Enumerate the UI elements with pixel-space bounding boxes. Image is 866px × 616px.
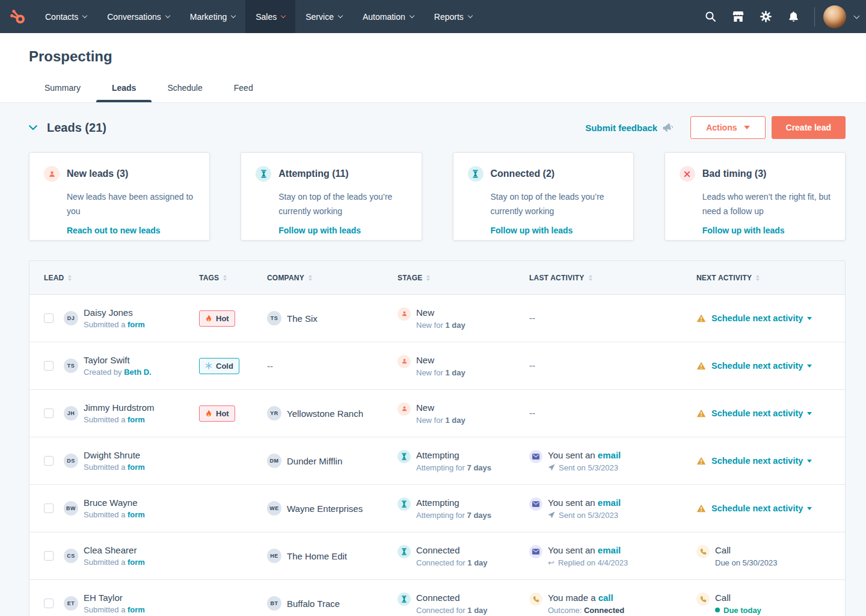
table-row: ET EH Taylor Submitted a form BTBuffalo … bbox=[29, 580, 845, 616]
nav-item-reports[interactable]: Reports bbox=[424, 0, 482, 33]
search-icon[interactable] bbox=[698, 5, 723, 29]
lead-name-link[interactable]: Clea Shearer bbox=[84, 545, 145, 555]
next-activity-label: Call bbox=[715, 593, 761, 603]
notifications-bell-icon[interactable] bbox=[781, 5, 806, 29]
schedule-next-activity-link[interactable]: Schedule next activity bbox=[711, 456, 812, 466]
schedule-next-activity-link[interactable]: Schedule next activity bbox=[711, 408, 812, 418]
caret-down-icon bbox=[807, 507, 812, 510]
nav-item-sales[interactable]: Sales bbox=[245, 0, 295, 33]
due-today-dot bbox=[715, 608, 720, 612]
nav-item-automation[interactable]: Automation bbox=[352, 0, 424, 33]
collapse-chevron-icon[interactable] bbox=[29, 125, 37, 131]
settings-gear-icon[interactable] bbox=[753, 5, 778, 29]
stage-label: Connected bbox=[416, 545, 488, 555]
follow-up-link[interactable]: Follow up with leads bbox=[491, 226, 573, 235]
hourglass-icon bbox=[468, 166, 484, 182]
submit-feedback-link[interactable]: Submit feedback bbox=[585, 123, 674, 133]
tab-feed[interactable]: Feed bbox=[218, 83, 269, 102]
tab-schedule[interactable]: Schedule bbox=[152, 83, 218, 102]
column-header-next-activity[interactable]: NEXT ACTIVITY bbox=[696, 274, 845, 282]
lead-name-link[interactable]: Taylor Swift bbox=[84, 355, 152, 365]
phone-icon bbox=[696, 545, 710, 558]
schedule-next-activity-link[interactable]: Schedule next activity bbox=[711, 504, 812, 513]
lead-name-link[interactable]: Bruce Wayne bbox=[84, 497, 145, 508]
form-link[interactable]: form bbox=[127, 320, 145, 329]
schedule-next-activity-link[interactable]: Schedule next activity bbox=[711, 313, 812, 323]
column-header-company[interactable]: COMPANY bbox=[267, 274, 398, 282]
user-avatar[interactable] bbox=[823, 5, 846, 28]
marketplace-icon[interactable] bbox=[725, 5, 751, 29]
company-avatar: BT bbox=[267, 596, 281, 611]
stage-label: New bbox=[416, 307, 465, 318]
reply-icon: ↩ bbox=[548, 559, 554, 567]
form-link[interactable]: form bbox=[127, 605, 145, 614]
card-title: Bad timing (3) bbox=[702, 168, 767, 179]
follow-up-link[interactable]: Follow up with leads bbox=[278, 226, 361, 235]
email-link[interactable]: email bbox=[598, 545, 621, 555]
nav-item-conversations[interactable]: Conversations bbox=[97, 0, 180, 33]
nav-item-service[interactable]: Service bbox=[295, 0, 352, 33]
company-name: The Home Edit bbox=[287, 551, 347, 561]
email-link[interactable]: email bbox=[598, 497, 621, 508]
row-checkbox[interactable] bbox=[44, 504, 54, 513]
actions-button[interactable]: Actions bbox=[690, 116, 765, 139]
follow-up-link[interactable]: Follow up with leads bbox=[702, 226, 785, 235]
hubspot-logo-icon[interactable] bbox=[0, 8, 35, 25]
account-chevron-down-icon[interactable] bbox=[854, 13, 860, 19]
table-row: JH Jimmy Hurdstrom Submitted a form Hot … bbox=[29, 390, 845, 437]
table-row: TS Taylor Swift Created by Beth D. Cold … bbox=[29, 342, 845, 390]
card-description: Leads who weren’t the right fit, but nee… bbox=[702, 189, 831, 218]
column-header-tags[interactable]: TAGS bbox=[199, 274, 267, 282]
call-link[interactable]: call bbox=[598, 593, 613, 603]
email-icon bbox=[529, 497, 542, 511]
creator-link[interactable]: Beth D. bbox=[124, 368, 152, 377]
company-name: Dunder Mifflin bbox=[287, 456, 342, 466]
form-link[interactable]: form bbox=[127, 463, 145, 472]
card-connected: Connected (2) Stay on top of the leads y… bbox=[453, 152, 634, 241]
schedule-next-activity-link[interactable]: Schedule next activity bbox=[711, 361, 812, 371]
reach-out-link[interactable]: Reach out to new leads bbox=[67, 226, 161, 235]
lead-avatar: ET bbox=[64, 596, 78, 611]
lead-avatar: JH bbox=[64, 406, 78, 420]
lead-name-link[interactable]: Jimmy Hurdstrom bbox=[84, 402, 155, 413]
tab-summary[interactable]: Summary bbox=[29, 83, 96, 102]
form-link[interactable]: form bbox=[127, 510, 145, 519]
email-link[interactable]: email bbox=[598, 450, 621, 460]
lead-name-link[interactable]: EH Taylor bbox=[84, 593, 145, 603]
caret-down-icon bbox=[807, 365, 812, 368]
tag-hot: Hot bbox=[199, 310, 235, 327]
warning-icon bbox=[696, 409, 706, 417]
chevron-down-icon bbox=[82, 13, 87, 17]
nav-label: Automation bbox=[363, 12, 405, 22]
last-activity-empty: -- bbox=[529, 360, 535, 371]
lead-name-link[interactable]: Dwight Shrute bbox=[84, 450, 145, 460]
chevron-down-icon bbox=[410, 13, 414, 17]
hourglass-icon bbox=[398, 497, 411, 511]
row-checkbox[interactable] bbox=[44, 361, 54, 371]
row-checkbox[interactable] bbox=[44, 551, 54, 561]
send-icon bbox=[548, 511, 555, 519]
next-activity-label: Call bbox=[715, 545, 777, 555]
company-avatar: DM bbox=[267, 454, 281, 468]
column-header-last-activity[interactable]: LAST ACTIVITY bbox=[529, 274, 696, 282]
create-lead-button[interactable]: Create lead bbox=[772, 116, 846, 139]
card-new-leads: New leads (3) New leads have been assign… bbox=[29, 152, 210, 241]
summary-cards: New leads (3) New leads have been assign… bbox=[29, 152, 846, 241]
row-checkbox[interactable] bbox=[44, 313, 54, 323]
tab-leads[interactable]: Leads bbox=[96, 83, 152, 102]
column-header-stage[interactable]: STAGE bbox=[398, 274, 529, 282]
flame-icon bbox=[205, 315, 212, 322]
form-link[interactable]: form bbox=[127, 415, 145, 424]
column-header-lead[interactable]: LEAD bbox=[44, 274, 199, 282]
chevron-down-icon bbox=[468, 13, 473, 17]
row-checkbox[interactable] bbox=[44, 599, 54, 608]
nav-item-contacts[interactable]: Contacts bbox=[35, 0, 97, 33]
lead-name-link[interactable]: Daisy Jones bbox=[84, 307, 145, 318]
form-link[interactable]: form bbox=[127, 558, 145, 567]
send-icon bbox=[548, 464, 555, 471]
row-checkbox[interactable] bbox=[44, 408, 54, 418]
row-checkbox[interactable] bbox=[44, 456, 54, 466]
hourglass-icon bbox=[398, 450, 411, 463]
nav-item-marketing[interactable]: Marketing bbox=[180, 0, 245, 33]
flame-icon bbox=[205, 410, 212, 417]
